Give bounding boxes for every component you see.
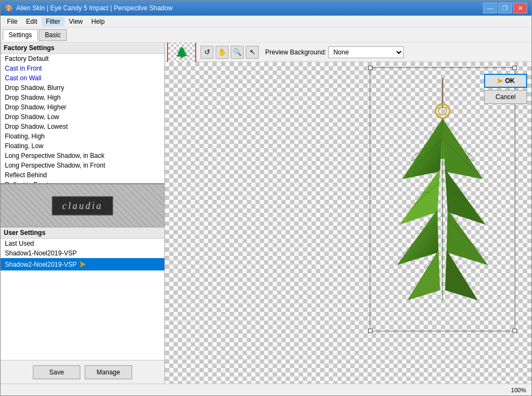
menu-help[interactable]: Help [87,17,109,26]
svg-marker-4 [402,119,443,179]
list-item[interactable]: Drop Shadow, High [1,93,164,102]
panel-footer: Save Manage [1,360,164,384]
list-item[interactable]: Floating, Low [1,141,164,151]
user-settings-header: User Settings [1,227,164,239]
list-item[interactable]: Reflect in Front [1,180,164,183]
menu-bar: File Edit Filter View Help [1,16,531,27]
christmas-tree-image [375,73,510,326]
close-button[interactable]: ✕ [513,3,527,13]
user-settings-panel: User Settings Last Used Shadow1-Noel2019… [1,227,164,384]
tabs-bar: Settings Basic [1,27,531,43]
cancel-button[interactable]: Cancel [484,90,527,104]
handle-top-right[interactable] [513,66,517,70]
reset-icon: ↺ [204,48,210,56]
menu-filter[interactable]: Filter [42,17,65,26]
zoom-tool-button[interactable]: 🔍 [231,46,244,59]
tab-settings[interactable]: Settings [3,29,38,41]
title-bar: 🎨 Alien Skin | Eye Candy 5 Impact | Pers… [1,1,531,16]
pan-tool-button[interactable]: ✋ [216,46,229,59]
thumbnail-tree-icon: 🌲 [175,46,189,59]
menu-edit[interactable]: Edit [22,17,42,26]
list-item[interactable]: Long Perspective Shadow, in Front [1,161,164,170]
arrow-right-icon: ➤ [79,259,86,269]
app-icon: 🎨 [5,4,13,12]
list-item[interactable]: Reflect Behind [1,170,164,180]
reset-tool-button[interactable]: ↺ [201,46,213,59]
left-panel: Factory Settings Factory Default Cast in… [1,43,165,384]
list-item[interactable]: Long Perspective Shadow, in Back [1,151,164,161]
list-item[interactable]: Drop Shadow, Blurry [1,83,164,93]
factory-settings-list[interactable]: Factory Default Cast in Front Cast on Wa… [1,54,164,183]
preview-bg-label: Preview Background: [265,48,326,56]
list-item[interactable]: Floating, High [1,131,164,141]
handle-bottom-left[interactable] [368,329,372,333]
ok-cancel-area: ➤ OK Cancel [484,74,527,104]
list-item[interactable]: Cast in Front [1,64,164,73]
ok-label: OK [505,77,515,85]
right-panel: 🌲 ↺ ✋ 🔍 ↖ Preview Background: None [165,43,531,384]
minimize-button[interactable]: — [483,3,497,13]
title-text: Alien Skin | Eye Candy 5 Impact | Perspe… [16,4,172,12]
cursor-icon: ↖ [250,48,255,56]
tab-basic[interactable]: Basic [39,29,66,41]
svg-marker-5 [443,119,483,179]
zoom-level: 100% [511,387,526,393]
shadow2-label: Shadow2-Noel2019-VSP [5,261,77,268]
save-button[interactable]: Save [33,365,80,379]
watermark-text: claudia [63,200,103,211]
ok-button[interactable]: ➤ OK [484,74,527,88]
handle-top-left[interactable] [368,66,372,70]
list-item[interactable]: Drop Shadow, Low [1,112,164,122]
list-item-shadow1[interactable]: Shadow1-Noel2019-VSP [1,248,164,258]
list-item[interactable]: Drop Shadow, Higher [1,102,164,112]
preview-toolbar: 🌲 ↺ ✋ 🔍 ↖ Preview Background: None [165,43,531,62]
factory-settings-panel: Factory Settings Factory Default Cast in… [1,43,164,184]
handle-bottom-right[interactable] [513,329,517,333]
status-bar: 100% [1,384,531,395]
select-tool-button[interactable]: ↖ [246,46,259,59]
magnify-icon: 🔍 [233,48,241,56]
user-settings-list[interactable]: Last Used Shadow1-Noel2019-VSP Shadow2-N… [1,239,164,360]
ok-arrow-icon: ➤ [496,77,503,85]
maximize-button[interactable]: ❐ [498,3,512,13]
preview-area [165,62,531,384]
list-item-last-used[interactable]: Last Used [1,239,164,248]
list-item-shadow2[interactable]: Shadow2-Noel2019-VSP ➤ [1,258,164,270]
hand-icon: ✋ [218,48,226,56]
list-item[interactable]: Factory Default [1,54,164,64]
factory-settings-header: Factory Settings [1,43,164,54]
manage-button[interactable]: Manage [85,365,132,379]
menu-file[interactable]: File [3,17,22,26]
main-content: Factory Settings Factory Default Cast in… [1,43,531,384]
title-bar-left: 🎨 Alien Skin | Eye Candy 5 Impact | Pers… [5,4,172,12]
main-window: 🎨 Alien Skin | Eye Candy 5 Impact | Pers… [0,0,532,396]
list-item[interactable]: Drop Shadow, Lowest [1,122,164,131]
menu-view[interactable]: View [65,17,87,26]
preview-bg-select[interactable]: None Black White Gray [328,46,404,58]
title-controls: — ❐ ✕ [483,3,527,13]
list-item[interactable]: Cast on Wall [1,73,164,83]
